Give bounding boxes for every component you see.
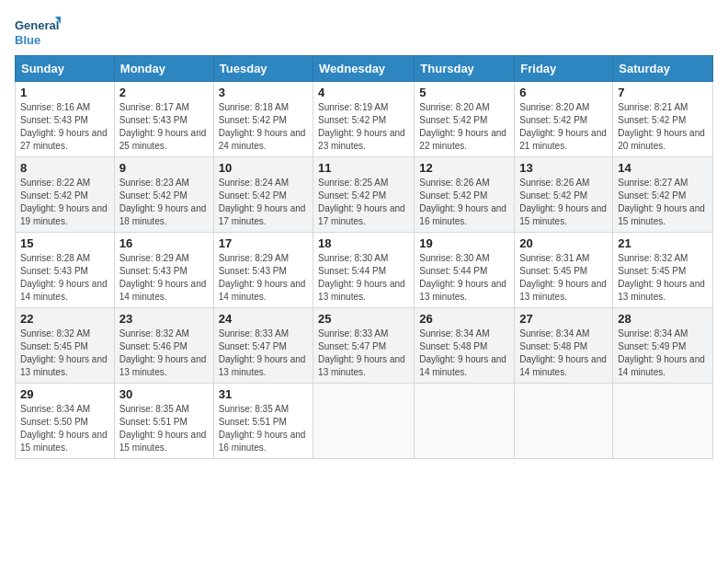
day-info: Sunrise: 8:26 AMSunset: 5:42 PMDaylight:…	[519, 177, 608, 228]
day-number: 28	[618, 312, 708, 326]
calendar-cell	[313, 384, 415, 459]
calendar-cell: 31Sunrise: 8:35 AMSunset: 5:51 PMDayligh…	[213, 384, 313, 459]
calendar-cell: 11Sunrise: 8:25 AMSunset: 5:42 PMDayligh…	[313, 157, 415, 233]
day-info: Sunrise: 8:22 AMSunset: 5:42 PMDaylight:…	[20, 177, 109, 228]
day-info: Sunrise: 8:28 AMSunset: 5:43 PMDaylight:…	[20, 252, 109, 304]
calendar-cell: 26Sunrise: 8:34 AMSunset: 5:48 PMDayligh…	[415, 308, 515, 384]
calendar-cell: 29Sunrise: 8:34 AMSunset: 5:50 PMDayligh…	[16, 384, 115, 459]
day-number: 12	[419, 161, 509, 175]
calendar-cell: 10Sunrise: 8:24 AMSunset: 5:42 PMDayligh…	[213, 157, 313, 233]
day-number: 8	[20, 161, 109, 175]
calendar-cell: 25Sunrise: 8:33 AMSunset: 5:47 PMDayligh…	[313, 308, 415, 384]
day-info: Sunrise: 8:18 AMSunset: 5:42 PMDaylight:…	[219, 101, 308, 153]
day-number: 31	[219, 387, 308, 401]
calendar-cell: 14Sunrise: 8:27 AMSunset: 5:42 PMDayligh…	[613, 157, 713, 233]
day-info: Sunrise: 8:26 AMSunset: 5:42 PMDaylight:…	[419, 177, 509, 228]
day-number: 7	[618, 86, 708, 99]
calendar-cell: 27Sunrise: 8:34 AMSunset: 5:48 PMDayligh…	[515, 308, 613, 384]
day-number: 16	[119, 236, 209, 250]
day-number: 20	[519, 236, 608, 250]
day-info: Sunrise: 8:31 AMSunset: 5:45 PMDaylight:…	[519, 252, 608, 304]
calendar-table: SundayMondayTuesdayWednesdayThursdayFrid…	[15, 55, 713, 459]
calendar-cell: 23Sunrise: 8:32 AMSunset: 5:46 PMDayligh…	[114, 308, 213, 384]
day-info: Sunrise: 8:25 AMSunset: 5:42 PMDaylight:…	[318, 177, 409, 228]
calendar-cell: 8Sunrise: 8:22 AMSunset: 5:42 PMDaylight…	[16, 157, 115, 233]
day-number: 19	[419, 236, 509, 250]
calendar-cell: 6Sunrise: 8:20 AMSunset: 5:42 PMDaylight…	[515, 82, 613, 157]
day-info: Sunrise: 8:33 AMSunset: 5:47 PMDaylight:…	[219, 327, 308, 379]
svg-text:General: General	[15, 18, 59, 32]
day-number: 24	[219, 312, 308, 326]
weekday-header-sunday: Sunday	[16, 56, 115, 82]
calendar-cell: 15Sunrise: 8:28 AMSunset: 5:43 PMDayligh…	[16, 233, 115, 308]
day-number: 3	[219, 86, 308, 99]
day-number: 21	[618, 236, 708, 250]
day-info: Sunrise: 8:32 AMSunset: 5:46 PMDaylight:…	[119, 327, 209, 379]
day-info: Sunrise: 8:19 AMSunset: 5:42 PMDaylight:…	[318, 101, 409, 153]
day-info: Sunrise: 8:21 AMSunset: 5:42 PMDaylight:…	[618, 101, 708, 153]
weekday-header-wednesday: Wednesday	[313, 56, 415, 82]
calendar-cell: 1Sunrise: 8:16 AMSunset: 5:43 PMDaylight…	[16, 82, 115, 157]
day-info: Sunrise: 8:34 AMSunset: 5:48 PMDaylight:…	[519, 327, 608, 379]
day-number: 2	[119, 86, 209, 99]
calendar-cell	[515, 384, 613, 459]
calendar-cell	[415, 384, 515, 459]
day-info: Sunrise: 8:24 AMSunset: 5:42 PMDaylight:…	[219, 177, 308, 228]
day-number: 23	[119, 312, 209, 326]
calendar-cell: 7Sunrise: 8:21 AMSunset: 5:42 PMDaylight…	[613, 82, 713, 157]
day-number: 22	[20, 312, 109, 326]
calendar-cell: 22Sunrise: 8:32 AMSunset: 5:45 PMDayligh…	[16, 308, 115, 384]
calendar-cell: 3Sunrise: 8:18 AMSunset: 5:42 PMDaylight…	[213, 82, 313, 157]
weekday-header-thursday: Thursday	[415, 56, 515, 82]
calendar-cell: 9Sunrise: 8:23 AMSunset: 5:42 PMDaylight…	[114, 157, 213, 233]
day-info: Sunrise: 8:29 AMSunset: 5:43 PMDaylight:…	[219, 252, 308, 304]
day-number: 6	[519, 86, 608, 99]
day-info: Sunrise: 8:33 AMSunset: 5:47 PMDaylight:…	[318, 327, 409, 379]
logo: General Blue	[15, 15, 61, 48]
calendar-cell: 12Sunrise: 8:26 AMSunset: 5:42 PMDayligh…	[415, 157, 515, 233]
day-info: Sunrise: 8:20 AMSunset: 5:42 PMDaylight:…	[519, 101, 608, 153]
weekday-header-monday: Monday	[114, 56, 213, 82]
day-number: 25	[318, 312, 409, 326]
day-number: 4	[318, 86, 409, 99]
weekday-header-tuesday: Tuesday	[213, 56, 313, 82]
calendar-cell: 18Sunrise: 8:30 AMSunset: 5:44 PMDayligh…	[313, 233, 415, 308]
day-info: Sunrise: 8:16 AMSunset: 5:43 PMDaylight:…	[20, 101, 109, 153]
day-info: Sunrise: 8:32 AMSunset: 5:45 PMDaylight:…	[20, 327, 109, 379]
day-number: 30	[119, 387, 209, 401]
calendar-cell: 13Sunrise: 8:26 AMSunset: 5:42 PMDayligh…	[515, 157, 613, 233]
day-info: Sunrise: 8:17 AMSunset: 5:43 PMDaylight:…	[119, 101, 209, 153]
calendar-cell: 19Sunrise: 8:30 AMSunset: 5:44 PMDayligh…	[415, 233, 515, 308]
calendar-cell: 16Sunrise: 8:29 AMSunset: 5:43 PMDayligh…	[114, 233, 213, 308]
day-info: Sunrise: 8:29 AMSunset: 5:43 PMDaylight:…	[119, 252, 209, 304]
day-number: 5	[419, 86, 509, 99]
day-info: Sunrise: 8:23 AMSunset: 5:42 PMDaylight:…	[119, 177, 209, 228]
day-info: Sunrise: 8:35 AMSunset: 5:51 PMDaylight:…	[219, 403, 308, 454]
day-info: Sunrise: 8:32 AMSunset: 5:45 PMDaylight:…	[618, 252, 708, 304]
day-number: 26	[419, 312, 509, 326]
calendar-cell: 4Sunrise: 8:19 AMSunset: 5:42 PMDaylight…	[313, 82, 415, 157]
day-info: Sunrise: 8:20 AMSunset: 5:42 PMDaylight:…	[419, 101, 509, 153]
calendar-cell: 30Sunrise: 8:35 AMSunset: 5:51 PMDayligh…	[114, 384, 213, 459]
calendar-cell: 2Sunrise: 8:17 AMSunset: 5:43 PMDaylight…	[114, 82, 213, 157]
day-info: Sunrise: 8:30 AMSunset: 5:44 PMDaylight:…	[419, 252, 509, 304]
day-number: 10	[219, 161, 308, 175]
day-number: 9	[119, 161, 209, 175]
day-info: Sunrise: 8:30 AMSunset: 5:44 PMDaylight:…	[318, 252, 409, 304]
calendar-cell: 28Sunrise: 8:34 AMSunset: 5:49 PMDayligh…	[613, 308, 713, 384]
calendar-cell: 21Sunrise: 8:32 AMSunset: 5:45 PMDayligh…	[613, 233, 713, 308]
day-info: Sunrise: 8:34 AMSunset: 5:48 PMDaylight:…	[419, 327, 509, 379]
weekday-header-friday: Friday	[515, 56, 613, 82]
day-number: 27	[519, 312, 608, 326]
day-number: 11	[318, 161, 409, 175]
svg-text:Blue: Blue	[15, 33, 40, 47]
day-info: Sunrise: 8:35 AMSunset: 5:51 PMDaylight:…	[119, 403, 209, 454]
day-info: Sunrise: 8:27 AMSunset: 5:42 PMDaylight:…	[618, 177, 708, 228]
day-number: 18	[318, 236, 409, 250]
calendar-cell	[613, 384, 713, 459]
day-info: Sunrise: 8:34 AMSunset: 5:50 PMDaylight:…	[20, 403, 109, 454]
day-number: 13	[519, 161, 608, 175]
day-number: 1	[20, 86, 109, 99]
day-number: 14	[618, 161, 708, 175]
day-number: 15	[20, 236, 109, 250]
